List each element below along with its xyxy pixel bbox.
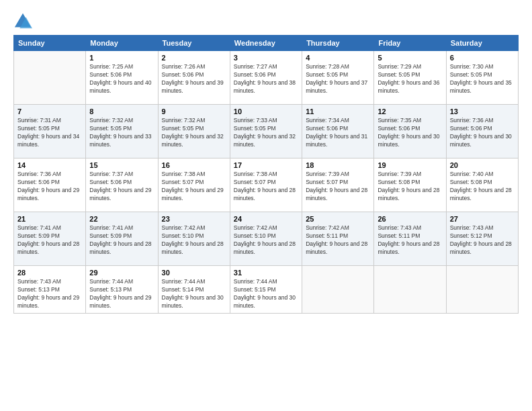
day-info: Sunrise: 7:28 AM Sunset: 5:05 PM Dayligh… [306, 63, 370, 95]
calendar-cell: 18 Sunrise: 7:39 AM Sunset: 5:07 PM Dayl… [302, 158, 374, 212]
day-info: Sunrise: 7:32 AM Sunset: 5:05 PM Dayligh… [162, 117, 226, 149]
day-number: 9 [162, 107, 226, 116]
calendar-cell: 22 Sunrise: 7:41 AM Sunset: 5:09 PM Dayl… [86, 212, 158, 266]
calendar-cell: 28 Sunrise: 7:43 AM Sunset: 5:13 PM Dayl… [14, 266, 86, 314]
day-number: 23 [162, 215, 226, 223]
weekday-header: Thursday [302, 36, 374, 51]
calendar-cell: 11 Sunrise: 7:34 AM Sunset: 5:06 PM Dayl… [302, 105, 374, 158]
day-info: Sunrise: 7:43 AM Sunset: 5:12 PM Dayligh… [450, 224, 515, 257]
weekday-header: Wednesday [230, 36, 302, 51]
day-info: Sunrise: 7:34 AM Sunset: 5:06 PM Dayligh… [306, 117, 370, 149]
calendar-cell [302, 266, 374, 314]
day-info: Sunrise: 7:35 AM Sunset: 5:06 PM Dayligh… [378, 117, 442, 149]
calendar-table: SundayMondayTuesdayWednesdayThursdayFrid… [13, 35, 519, 314]
day-info: Sunrise: 7:41 AM Sunset: 5:09 PM Dayligh… [17, 224, 82, 257]
calendar-cell: 14 Sunrise: 7:36 AM Sunset: 5:06 PM Dayl… [14, 158, 86, 212]
day-info: Sunrise: 7:37 AM Sunset: 5:06 PM Dayligh… [89, 171, 154, 203]
weekday-header: Tuesday [158, 36, 230, 51]
page: SundayMondayTuesdayWednesdayThursdayFrid… [0, 0, 532, 411]
day-info: Sunrise: 7:33 AM Sunset: 5:05 PM Dayligh… [234, 117, 298, 149]
calendar-cell: 5 Sunrise: 7:29 AM Sunset: 5:05 PM Dayli… [374, 51, 446, 105]
calendar-cell: 2 Sunrise: 7:26 AM Sunset: 5:06 PM Dayli… [158, 51, 230, 105]
calendar-cell [446, 266, 518, 314]
day-info: Sunrise: 7:44 AM Sunset: 5:13 PM Dayligh… [89, 278, 154, 310]
day-number: 30 [162, 269, 226, 277]
calendar-cell: 30 Sunrise: 7:44 AM Sunset: 5:14 PM Dayl… [158, 266, 230, 314]
day-number: 5 [378, 54, 442, 62]
day-number: 4 [306, 54, 370, 62]
day-number: 8 [89, 107, 154, 116]
calendar-cell: 7 Sunrise: 7:31 AM Sunset: 5:05 PM Dayli… [14, 105, 86, 158]
calendar-cell: 13 Sunrise: 7:36 AM Sunset: 5:06 PM Dayl… [446, 105, 518, 158]
day-number: 16 [162, 161, 226, 169]
day-info: Sunrise: 7:29 AM Sunset: 5:05 PM Dayligh… [378, 63, 442, 95]
calendar-cell: 21 Sunrise: 7:41 AM Sunset: 5:09 PM Dayl… [14, 212, 86, 266]
calendar-cell: 9 Sunrise: 7:32 AM Sunset: 5:05 PM Dayli… [158, 105, 230, 158]
logo-icon [13, 12, 32, 31]
calendar-cell: 1 Sunrise: 7:25 AM Sunset: 5:06 PM Dayli… [86, 51, 158, 105]
day-number: 25 [306, 215, 370, 223]
day-info: Sunrise: 7:38 AM Sunset: 5:07 PM Dayligh… [162, 171, 226, 203]
day-info: Sunrise: 7:31 AM Sunset: 5:05 PM Dayligh… [17, 117, 82, 149]
calendar-cell: 29 Sunrise: 7:44 AM Sunset: 5:13 PM Dayl… [86, 266, 158, 314]
calendar-cell: 10 Sunrise: 7:33 AM Sunset: 5:05 PM Dayl… [230, 105, 302, 158]
calendar-cell: 24 Sunrise: 7:42 AM Sunset: 5:10 PM Dayl… [230, 212, 302, 266]
day-info: Sunrise: 7:39 AM Sunset: 5:07 PM Dayligh… [306, 171, 370, 203]
calendar-cell: 12 Sunrise: 7:35 AM Sunset: 5:06 PM Dayl… [374, 105, 446, 158]
weekday-header: Friday [374, 36, 446, 51]
day-number: 21 [17, 215, 82, 223]
weekday-header: Saturday [446, 36, 518, 51]
calendar-cell: 6 Sunrise: 7:30 AM Sunset: 5:05 PM Dayli… [446, 51, 518, 105]
day-info: Sunrise: 7:32 AM Sunset: 5:05 PM Dayligh… [89, 117, 154, 149]
day-info: Sunrise: 7:39 AM Sunset: 5:08 PM Dayligh… [378, 171, 442, 203]
day-number: 29 [89, 269, 154, 277]
day-info: Sunrise: 7:30 AM Sunset: 5:05 PM Dayligh… [450, 63, 515, 95]
day-number: 15 [89, 161, 154, 169]
day-number: 27 [450, 215, 515, 223]
header [13, 12, 519, 31]
calendar-cell: 3 Sunrise: 7:27 AM Sunset: 5:06 PM Dayli… [230, 51, 302, 105]
day-number: 10 [234, 107, 298, 116]
calendar-cell: 31 Sunrise: 7:44 AM Sunset: 5:15 PM Dayl… [230, 266, 302, 314]
calendar-cell [374, 266, 446, 314]
day-number: 7 [17, 107, 82, 116]
calendar-cell: 4 Sunrise: 7:28 AM Sunset: 5:05 PM Dayli… [302, 51, 374, 105]
day-number: 31 [234, 269, 298, 277]
day-number: 14 [17, 161, 82, 169]
calendar-cell: 25 Sunrise: 7:42 AM Sunset: 5:11 PM Dayl… [302, 212, 374, 266]
day-info: Sunrise: 7:44 AM Sunset: 5:15 PM Dayligh… [234, 278, 298, 310]
calendar-cell: 15 Sunrise: 7:37 AM Sunset: 5:06 PM Dayl… [86, 158, 158, 212]
day-number: 1 [89, 54, 154, 62]
day-number: 24 [234, 215, 298, 223]
calendar-cell: 26 Sunrise: 7:43 AM Sunset: 5:11 PM Dayl… [374, 212, 446, 266]
day-number: 12 [378, 107, 442, 116]
calendar-cell: 23 Sunrise: 7:42 AM Sunset: 5:10 PM Dayl… [158, 212, 230, 266]
day-info: Sunrise: 7:43 AM Sunset: 5:13 PM Dayligh… [17, 278, 82, 310]
day-number: 18 [306, 161, 370, 169]
day-info: Sunrise: 7:42 AM Sunset: 5:11 PM Dayligh… [306, 224, 370, 257]
calendar-cell: 8 Sunrise: 7:32 AM Sunset: 5:05 PM Dayli… [86, 105, 158, 158]
day-info: Sunrise: 7:38 AM Sunset: 5:07 PM Dayligh… [234, 171, 298, 203]
day-number: 6 [450, 54, 515, 62]
day-number: 2 [162, 54, 226, 62]
weekday-header: Sunday [14, 36, 86, 51]
day-number: 17 [234, 161, 298, 169]
day-number: 26 [378, 215, 442, 223]
day-info: Sunrise: 7:36 AM Sunset: 5:06 PM Dayligh… [450, 117, 515, 149]
day-number: 3 [234, 54, 298, 62]
calendar-cell: 17 Sunrise: 7:38 AM Sunset: 5:07 PM Dayl… [230, 158, 302, 212]
day-number: 13 [450, 107, 515, 116]
day-info: Sunrise: 7:26 AM Sunset: 5:06 PM Dayligh… [162, 63, 226, 95]
day-number: 28 [17, 269, 82, 277]
calendar-cell [14, 51, 86, 105]
day-info: Sunrise: 7:25 AM Sunset: 5:06 PM Dayligh… [89, 63, 154, 95]
weekday-header: Monday [86, 36, 158, 51]
day-info: Sunrise: 7:27 AM Sunset: 5:06 PM Dayligh… [234, 63, 298, 95]
day-info: Sunrise: 7:42 AM Sunset: 5:10 PM Dayligh… [234, 224, 298, 257]
day-info: Sunrise: 7:44 AM Sunset: 5:14 PM Dayligh… [162, 278, 226, 310]
day-number: 11 [306, 107, 370, 116]
calendar-cell: 16 Sunrise: 7:38 AM Sunset: 5:07 PM Dayl… [158, 158, 230, 212]
day-info: Sunrise: 7:36 AM Sunset: 5:06 PM Dayligh… [17, 171, 82, 203]
day-info: Sunrise: 7:43 AM Sunset: 5:11 PM Dayligh… [378, 224, 442, 257]
calendar-cell: 20 Sunrise: 7:40 AM Sunset: 5:08 PM Dayl… [446, 158, 518, 212]
